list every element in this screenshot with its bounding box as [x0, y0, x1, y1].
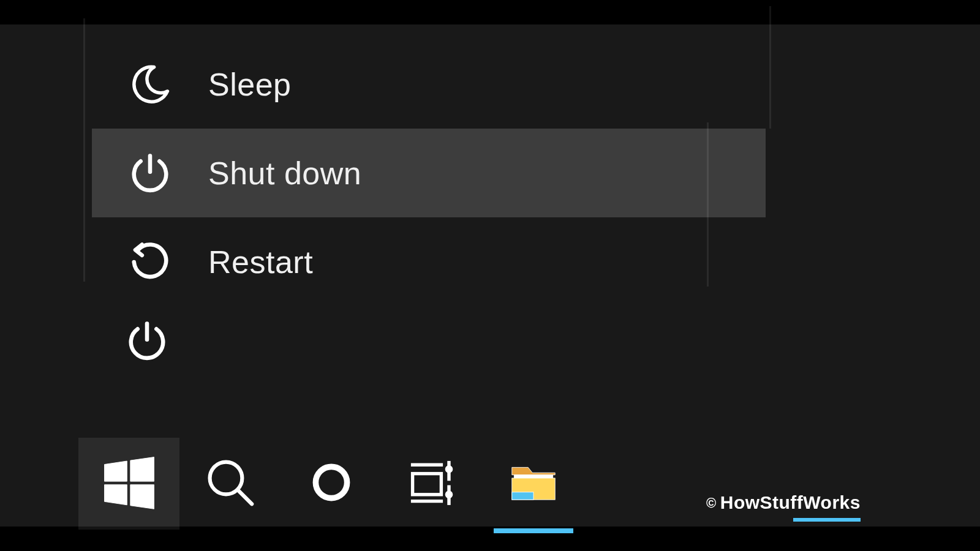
taskbar-task-view-button[interactable]: [382, 438, 483, 530]
menu-item-label: Shut down: [208, 155, 361, 192]
file-explorer-icon: [507, 455, 560, 512]
search-icon: [203, 455, 257, 512]
power-icon: [126, 320, 168, 362]
svg-point-6: [315, 467, 347, 498]
menu-item-label: Restart: [208, 244, 313, 280]
svg-marker-0: [104, 461, 127, 481]
windows-icon: [101, 454, 157, 513]
decorative-line: [83, 18, 85, 282]
task-view-icon: [405, 455, 460, 512]
running-indicator: [494, 528, 573, 533]
menu-item-shutdown[interactable]: Shut down: [92, 129, 766, 217]
credit-text: HowStuffWorks: [720, 492, 861, 512]
svg-rect-17: [511, 492, 533, 500]
svg-marker-3: [130, 485, 154, 509]
start-button[interactable]: [78, 438, 179, 530]
letterbox-top: [0, 0, 980, 24]
svg-point-13: [447, 492, 451, 497]
menu-item-label: Sleep: [208, 66, 292, 103]
taskbar-search-button[interactable]: [179, 438, 281, 530]
copyright-symbol: ©: [706, 495, 717, 511]
start-sidebar-power-button[interactable]: [126, 320, 168, 362]
svg-marker-2: [104, 485, 127, 505]
svg-line-5: [238, 490, 252, 504]
svg-marker-1: [130, 457, 154, 482]
svg-marker-14: [511, 467, 554, 474]
restart-icon: [129, 241, 172, 283]
moon-icon: [129, 63, 172, 106]
decorative-line: [769, 6, 771, 129]
taskbar-file-explorer-button[interactable]: [483, 438, 584, 530]
svg-rect-15: [514, 475, 552, 478]
menu-item-restart[interactable]: Restart: [92, 217, 766, 306]
cortana-ring-icon: [307, 458, 356, 509]
svg-point-12: [447, 467, 451, 471]
credit-underline: [793, 518, 861, 522]
image-credit: ©HowStuffWorks: [706, 492, 861, 513]
svg-rect-8: [412, 474, 441, 495]
power-options-menu: Sleep Shut down Restart: [92, 40, 766, 306]
taskbar-cortana-button[interactable]: [281, 438, 382, 530]
menu-item-sleep[interactable]: Sleep: [92, 40, 766, 129]
power-icon: [129, 152, 172, 195]
taskbar: [0, 432, 584, 536]
